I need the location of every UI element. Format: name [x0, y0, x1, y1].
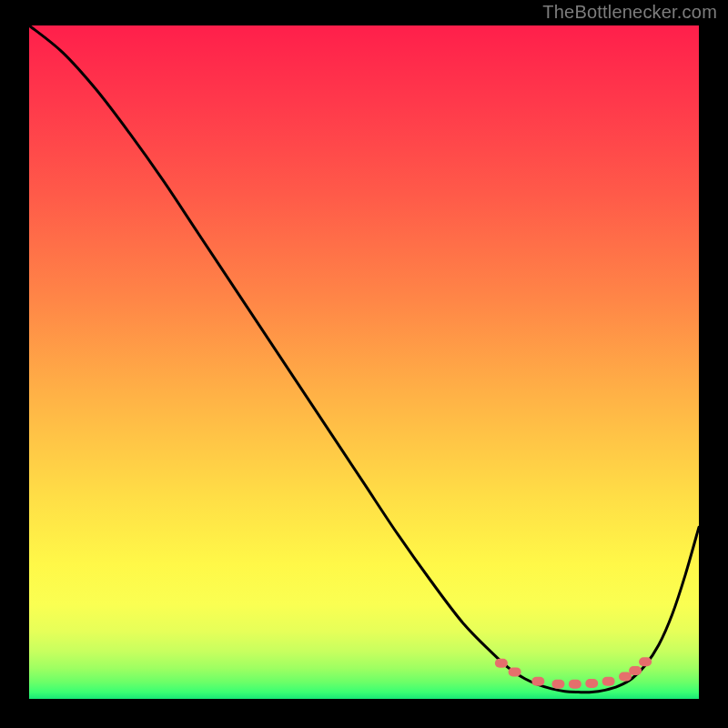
marker-dot: [531, 677, 544, 686]
marker-dot: [569, 680, 581, 689]
marker-dot: [619, 672, 632, 682]
marker-dot: [551, 680, 564, 689]
marker-dot: [602, 677, 615, 686]
marker-dot: [629, 666, 642, 675]
chart-container: TheBottlenecker.com: [0, 0, 728, 728]
chart-svg: [29, 25, 699, 699]
gradient-background: [29, 25, 699, 699]
attribution-label: TheBottlenecker.com: [542, 2, 717, 23]
marker-dot: [509, 667, 521, 676]
marker-dot: [639, 657, 652, 666]
marker-dot: [585, 679, 598, 688]
plot-area: [29, 25, 699, 699]
marker-dot: [495, 659, 508, 668]
